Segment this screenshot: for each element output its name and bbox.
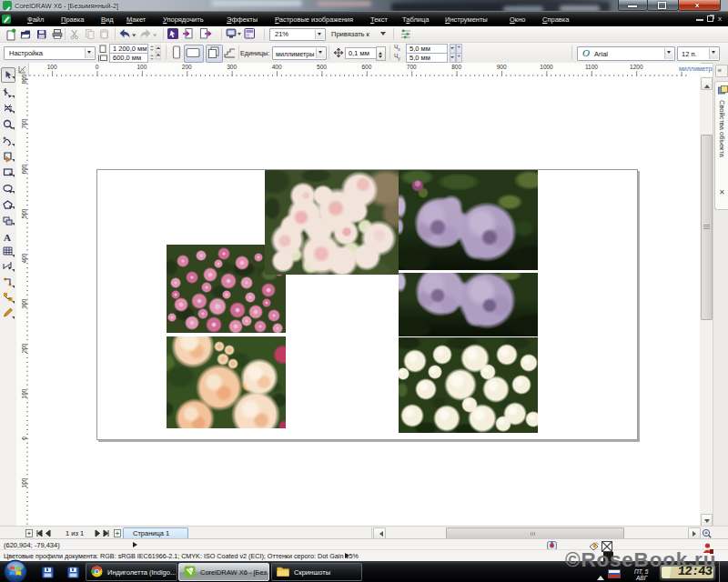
svg-text:A: A	[4, 232, 11, 243]
